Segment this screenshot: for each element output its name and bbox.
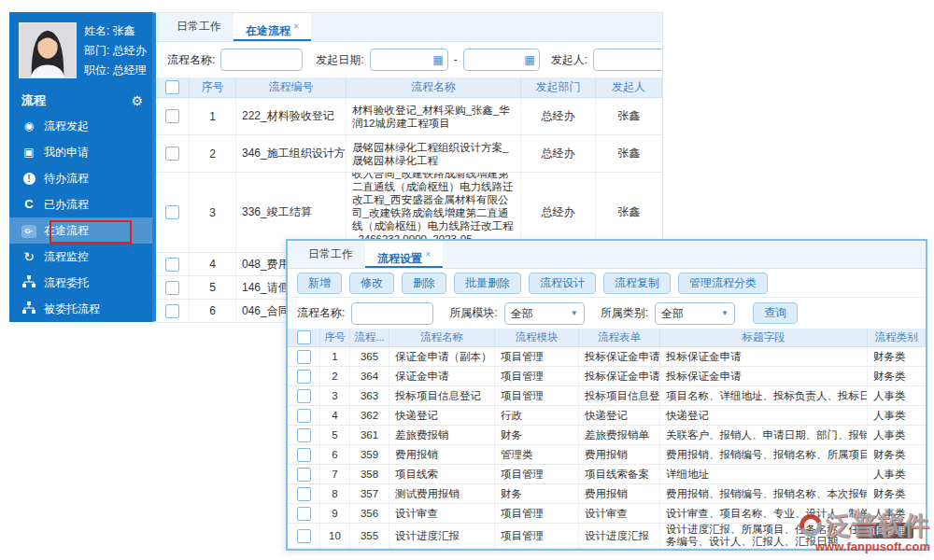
header-module: 流程模块 — [495, 329, 579, 346]
category-select[interactable]: 全部 ▼ — [655, 302, 735, 325]
cell-name: 投标项目信息登记 — [389, 386, 495, 405]
header-no: 序号 — [190, 77, 236, 97]
row-checkbox[interactable] — [165, 281, 179, 295]
row-checkbox[interactable] — [297, 409, 311, 423]
cell-initiator: 张鑫 — [596, 135, 662, 172]
sidebar-item-process-delegation[interactable]: 流程委托 — [9, 270, 152, 296]
sidebar-item-delegated-processes[interactable]: 被委托流程 — [9, 296, 152, 322]
process-design-button[interactable]: 流程设计 — [529, 273, 596, 294]
table-row[interactable]: 4 362 快递登记 行政 快递登记 快递登记 人事类 — [288, 406, 926, 426]
start-date-to-field[interactable]: ▦ — [463, 49, 540, 71]
search-button[interactable]: 查询 — [753, 302, 798, 324]
cell-name: 设计审查 — [389, 504, 495, 523]
cell-module: 财务 — [495, 484, 579, 503]
table-row[interactable]: 1 365 保证金申请（副本） 项目管理 投标保证金申请 投标保证金申请 财务类 — [288, 347, 926, 367]
process-name-input[interactable] — [351, 302, 433, 325]
table-row[interactable]: 1 222_材料验收登记 材料验收登记_材料采购_张鑫_华润12城房建工程项目 … — [156, 98, 662, 135]
cell-no: 3 — [190, 173, 236, 252]
cell-title-fields: 快递登记 — [660, 406, 868, 425]
cell-form: 设计审查 — [579, 504, 660, 523]
table-row[interactable]: 8 357 测试费用报销 财务 费用报销 费用报销、报销编号、报销名称、本次报销… — [288, 484, 926, 504]
row-checkbox[interactable] — [297, 428, 311, 442]
sidebar-item-process-monitor[interactable]: ↻ 流程监控 — [9, 244, 152, 270]
header-name: 流程名称 — [347, 77, 521, 97]
cell-no: 2 — [320, 367, 350, 385]
sidebar-item-my-applications[interactable]: ▣ 我的申请 — [9, 139, 152, 165]
table-row[interactable]: 6 359 费用报销 管理类 费用报销 费用报销、报销编号、报销名称、所属项目 … — [288, 445, 926, 465]
row-checkbox[interactable] — [165, 109, 179, 123]
calendar-icon[interactable]: ▦ — [432, 53, 443, 66]
row-checkbox[interactable] — [297, 468, 311, 482]
table-row[interactable]: 9 356 设计审查 项目管理 设计审查 设计审查、项目名称、专业、设计人、制单… — [288, 504, 926, 524]
user-panel: 姓名: 张鑫 部门: 总经办 职位: 总经理 — [9, 12, 152, 89]
sidebar-item-pending-processes[interactable]: ! 待办流程 — [9, 165, 152, 191]
row-checkbox[interactable] — [297, 389, 311, 403]
header-checkbox-cell — [156, 77, 190, 97]
row-checkbox[interactable] — [165, 304, 179, 318]
manage-category-button[interactable]: 管理流程分类 — [678, 273, 768, 294]
header-checkbox-cell — [288, 329, 320, 346]
sidebar-item-process-start[interactable]: ◉ 流程发起 — [9, 113, 152, 139]
row-checkbox[interactable] — [165, 205, 179, 219]
edit-button[interactable]: 修改 — [349, 273, 394, 294]
row-checkbox[interactable] — [297, 448, 311, 462]
cell-no: 8 — [320, 484, 350, 503]
cell-module: 项目管理 — [495, 347, 579, 366]
delete-button[interactable]: 删除 — [402, 273, 446, 294]
table-row[interactable]: 3 363 投标项目信息登记 项目管理 投标项目信息登记 项目名称、详细地址、投… — [288, 386, 926, 406]
row-checkbox[interactable] — [297, 350, 311, 364]
row-checkbox[interactable] — [297, 529, 311, 543]
cell-form: 投标保证金申请 — [579, 367, 660, 385]
tab-daily-work[interactable]: 日常工作 — [164, 13, 234, 41]
gear-icon[interactable]: ⚙ — [131, 89, 143, 113]
sitemap-icon — [21, 275, 37, 291]
cell-name: 保证金申请 — [389, 367, 495, 385]
select-all-checkbox[interactable] — [165, 80, 179, 94]
cell-dept: 总经办 — [521, 135, 596, 172]
add-button[interactable]: 新增 — [297, 273, 342, 294]
cell-dept: 总经办 — [521, 98, 596, 134]
tab-daily-work[interactable]: 日常工作 — [296, 241, 365, 268]
select-all-checkbox[interactable] — [297, 330, 311, 344]
row-checkbox[interactable] — [297, 487, 311, 501]
process-name-input[interactable] — [220, 49, 303, 71]
front-filter-bar: 流程名称: 所属模块: 全部 ▼ 所属类别: 全部 ▼ 查询 — [288, 298, 926, 329]
sidebar-item-completed-processes[interactable]: C 已办流程 — [9, 191, 152, 217]
cell-code: 357 — [350, 484, 389, 503]
cell-form: 快递登记 — [579, 406, 660, 425]
cell-code: 346_施工组织设计方案申请 — [236, 135, 347, 172]
sidebar-item-label: 被委托流程 — [44, 301, 100, 317]
tab-process-settings[interactable]: 流程设置× — [365, 241, 443, 268]
start-date-from-field[interactable]: ▦ — [370, 49, 448, 71]
table-row[interactable]: 2 346_施工组织设计方案申请 晟铭园林绿化工程组织设计方案_晟铭园林绿化工程… — [156, 135, 662, 173]
row-checkbox[interactable] — [165, 147, 179, 161]
cell-no: 7 — [320, 465, 350, 483]
header-form: 流程表单 — [579, 329, 660, 346]
initiator-input[interactable] — [593, 49, 662, 71]
process-copy-button[interactable]: 流程复制 — [603, 273, 671, 294]
table-row[interactable]: 2 364 保证金申请 项目管理 投标保证金申请 投标保证金申请 财务类 — [288, 367, 926, 386]
tab-close-icon[interactable]: × — [293, 21, 299, 32]
cell-no: 1 — [320, 347, 350, 366]
table-row[interactable]: 10 355 设计进度汇报 项目管理 设计进度汇报 设计进度汇报、所属项目、任务… — [288, 524, 926, 549]
sidebar-item-in-transit-processes[interactable]: G· 在途流程 — [9, 217, 152, 244]
batch-delete-button[interactable]: 批量删除 — [454, 273, 521, 294]
row-checkbox[interactable] — [297, 507, 311, 521]
row-checkbox[interactable] — [165, 258, 179, 272]
table-row[interactable]: 7 358 项目线索 项目管理 项目线索备案 详细地址 人事类 — [288, 465, 926, 484]
table-row[interactable]: 5 361 差旅费报销 财务 差旅费报销单 关联客户、报销人、申请日期、部门、报… — [288, 426, 926, 445]
cell-title-fields: 关联客户、报销人、申请日期、部门、报销合计 — [660, 426, 868, 444]
row-checkbox[interactable] — [297, 370, 311, 384]
cell-form: 设计进度汇报 — [579, 524, 660, 548]
cell-form: 投标项目信息登记 — [579, 386, 660, 405]
module-select-value: 全部 — [511, 307, 533, 320]
module-select[interactable]: 全部 ▼ — [504, 302, 585, 325]
alert-circle-icon: ! — [21, 172, 37, 185]
tab-in-transit[interactable]: 在途流程× — [234, 13, 311, 41]
cell-initiator: 张鑫 — [596, 98, 662, 134]
tab-close-icon[interactable]: × — [425, 248, 431, 259]
cell-category: 人事类 — [868, 406, 926, 425]
cell-no: 2 — [190, 135, 236, 172]
calendar-icon[interactable]: ▦ — [524, 53, 534, 66]
cell-name: 材料验收登记_材料采购_张鑫_华润12城房建工程项目 — [347, 98, 521, 134]
